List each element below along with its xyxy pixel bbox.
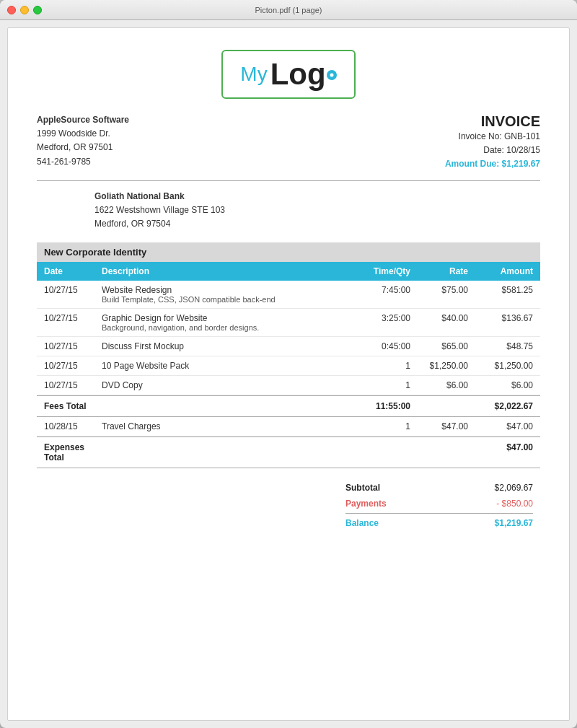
header-section: AppleSource Software 1999 Woodside Dr. M… [37,113,540,172]
row3-desc-main: Discuss First Mockup [102,341,353,351]
summary-divider [345,513,533,514]
subtotal-label: Subtotal [345,483,380,493]
row2-amount: $136.67 [468,313,533,332]
header-divider [37,180,540,181]
row2-date: 10/27/15 [44,313,102,332]
logo-box: My Log [221,50,355,99]
company-info: AppleSource Software 1999 Woodside Dr. M… [37,113,129,172]
titlebar-title: Picton.pdf (1 page) [255,6,322,14]
fees-total-qty: 11:55:00 [353,401,410,411]
invoice-title: INVOICE [445,113,540,130]
row5-qty: 1 [353,380,410,390]
invoice-amount-due: Amount Due: $1,219.67 [445,157,540,171]
exp-row1-desc: Travel Charges [102,421,353,431]
bill-to: Goliath National Bank 1622 Westshown Vil… [94,190,540,232]
logo-logo-text: Log [270,57,337,92]
summary-balance: Balance $1,219.67 [345,515,533,531]
row4-date: 10/27/15 [44,361,102,371]
logo-my-text: My [240,63,267,86]
section-header: New Corporate Identity [37,242,540,262]
col-rate: Rate [410,266,468,276]
row1-amount: $581.25 [468,285,533,304]
fees-total-row: Fees Total 11:55:00 $2,022.67 [37,395,540,417]
minimize-button[interactable] [20,6,29,14]
payments-value: - $850.00 [496,499,533,509]
expenses-total-label: Expenses Total [44,442,102,462]
row3-amount: $48.75 [468,341,533,351]
titlebar: Picton.pdf (1 page) [0,0,577,20]
row3-rate: $65.00 [410,341,468,351]
table-row: 10/27/15 DVD Copy 1 $6.00 $6.00 [37,376,540,395]
exp-row1-rate: $47.00 [410,421,468,431]
row5-date: 10/27/15 [44,380,102,390]
row4-qty: 1 [353,361,410,371]
table-row: 10/27/15 Website Redesign Build Template… [37,281,540,309]
col-description: Description [102,266,353,276]
bill-to-name: Goliath National Bank [94,191,185,201]
row1-desc: Website Redesign Build Template, CSS, JS… [102,285,353,304]
table-header: Date Description Time/Qty Rate Amount [37,262,540,281]
fees-total-label: Fees Total [44,401,102,411]
summary-section: Subtotal $2,069.67 Payments - $850.00 Ba… [37,480,540,531]
row1-desc-main: Website Redesign [102,285,353,295]
exp-row1-desc-main: Travel Charges [102,421,353,431]
row3-date: 10/27/15 [44,341,102,351]
summary-subtotal: Subtotal $2,069.67 [345,480,533,496]
subtotal-value: $2,069.67 [495,483,533,493]
company-phone: 541-261-9785 [37,155,129,169]
expenses-total-amount: $47.00 [468,442,533,462]
col-date: Date [44,266,102,276]
row1-qty: 7:45:00 [353,285,410,304]
invoice-info: INVOICE Invoice No: GNB-101 Date: 10/28/… [445,113,540,172]
row1-desc-sub: Build Template, CSS, JSON compatible bac… [102,295,353,304]
table-row: 10/27/15 10 Page Website Pack 1 $1,250.0… [37,356,540,376]
table-row: 10/27/15 Graphic Design for Website Back… [37,309,540,337]
bill-to-address2: Medford, OR 97504 [94,217,540,231]
row2-desc-main: Graphic Design for Website [102,313,353,323]
col-qty: Time/Qty [353,266,410,276]
row2-desc: Graphic Design for Website Background, n… [102,313,353,332]
balance-label: Balance [345,518,379,528]
logo-container: My Log [37,50,540,99]
expenses-total-row: Expenses Total $47.00 [37,437,540,468]
invoice-number: Invoice No: GNB-101 [445,130,540,144]
invoice-date: Date: 10/28/15 [445,144,540,157]
row2-qty: 3:25:00 [353,313,410,332]
table-row: 10/27/15 Discuss First Mockup 0:45:00 $6… [37,337,540,356]
row4-desc: 10 Page Website Pack [102,361,353,371]
window: Picton.pdf (1 page) My Log AppleSource S… [0,0,577,728]
exp-row1-qty: 1 [353,421,410,431]
maximize-button[interactable] [33,6,42,14]
exp-row1-date: 10/28/15 [44,421,102,431]
payments-label: Payments [345,499,387,509]
row4-desc-main: 10 Page Website Pack [102,361,353,371]
fees-total-amount: $2,022.67 [468,401,533,411]
row3-desc: Discuss First Mockup [102,341,353,351]
table-row: 10/28/15 Travel Charges 1 $47.00 $47.00 [37,417,540,437]
company-address2: Medford, OR 97501 [37,141,129,154]
row2-desc-sub: Background, navigation, and border desig… [102,323,353,332]
document-content: My Log AppleSource Software 1999 Woodsid… [7,27,570,721]
row5-amount: $6.00 [468,380,533,390]
close-button[interactable] [7,6,16,14]
exp-row1-amount: $47.00 [468,421,533,431]
balance-value: $1,219.67 [495,518,533,528]
col-amount: Amount [468,266,533,276]
summary-payments: Payments - $850.00 [345,496,533,512]
traffic-lights [7,6,42,14]
company-name: AppleSource Software [37,115,129,125]
row4-amount: $1,250.00 [468,361,533,371]
row1-rate: $75.00 [410,285,468,304]
row2-rate: $40.00 [410,313,468,332]
bill-to-address1: 1622 Westshown Village STE 103 [94,203,540,217]
row1-date: 10/27/15 [44,285,102,304]
row4-rate: $1,250.00 [410,361,468,371]
row3-qty: 0:45:00 [353,341,410,351]
row5-desc: DVD Copy [102,380,353,390]
row5-desc-main: DVD Copy [102,380,353,390]
row5-rate: $6.00 [410,380,468,390]
company-address1: 1999 Woodside Dr. [37,127,129,141]
